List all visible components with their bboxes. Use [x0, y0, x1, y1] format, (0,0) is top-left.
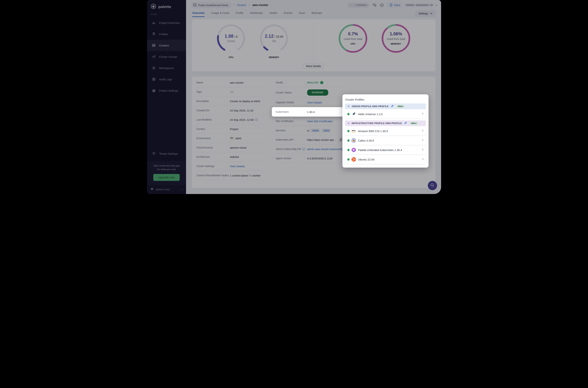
cpu-donut-label: CPU	[338, 43, 368, 45]
row-value: AWS	[235, 137, 242, 140]
view-details-link[interactable]: View Details	[307, 101, 322, 104]
profile-layer-ubuntu[interactable]: Ubuntu 22.04	[345, 155, 426, 164]
project-name: Project-ScaleSecureTutoria	[198, 4, 228, 7]
sidebar-item-label: Profiles	[159, 33, 168, 36]
profile-layer-pxk[interactable]: Palette eXtended Kubernetes 1.30.4	[345, 145, 426, 154]
chevron-right-icon	[422, 139, 424, 142]
cluster-groups-icon	[152, 55, 156, 58]
profile-layer-hello-universe[interactable]: Hello Universe 1.2.0	[345, 109, 426, 119]
compass-icon[interactable]	[380, 3, 384, 7]
sidebar-item-project-settings[interactable]: Project Settings	[147, 85, 186, 96]
redacted-block	[416, 4, 429, 6]
cluster-tabs: Overview Usage & Costs Profile Workloads…	[186, 9, 441, 18]
info-icon[interactable]: i	[302, 148, 305, 150]
agent-version: 4.4.9/20240912.1118	[307, 157, 333, 160]
tab-nodes[interactable]: Nodes	[269, 10, 277, 16]
profile-layer-ebs-csi[interactable]: aws Amazon EBS CSI 1.30.0	[345, 126, 426, 136]
infrastructure-profile-header[interactable]: INFRASTRUCTURE PROFILE AWS-PROFILE PROJ	[345, 121, 426, 126]
search-fab-button[interactable]	[428, 181, 437, 190]
details-right-column: Health HEALTHY ✓ Cluster Status RUNNING …	[271, 78, 348, 163]
profile-layer-calico[interactable]: Calico 3.28.0	[345, 136, 426, 145]
chevron-right-icon	[422, 148, 424, 151]
profile-layer-name: Hello Universe 1.2.0	[358, 113, 383, 116]
view-k8s-certificates-link[interactable]: View K8s Certificates	[307, 120, 333, 123]
project-icon	[193, 3, 197, 7]
chat-icon[interactable]	[372, 3, 377, 7]
service-port-link[interactable]: :8080	[311, 129, 320, 132]
addon-profile-name: ADDON PROFILE AWS-PROFILE	[352, 105, 389, 108]
user-name-redacted[interactable]	[406, 4, 433, 6]
project-selector[interactable]: Project-ScaleSecureTutoria	[192, 2, 231, 8]
cpu-usage-donut: 0.7% Used from total CPU	[338, 23, 368, 59]
more-details-button[interactable]: More Details	[303, 63, 324, 69]
green-status-dot	[347, 130, 350, 132]
docs-button[interactable]: Docs	[387, 2, 403, 8]
detail-row-environment: Environment aws AWS	[196, 134, 266, 143]
book-icon	[389, 3, 393, 7]
chevron-down-icon[interactable]: ▾	[436, 4, 437, 6]
sidebar-item-audit-logs[interactable]: Audit Logs	[147, 73, 186, 85]
row-value: 24 Sep 2024, 11:32	[230, 109, 254, 112]
memory-gauge: 2.12 / 33.64 Gb MEMORY	[258, 23, 290, 59]
spectro-cloud-logo-icon	[150, 187, 154, 192]
row-value: AMD64	[230, 155, 239, 158]
row-label: Cloud Account	[196, 146, 230, 149]
detail-row-created-on: Created On 24 Sep 2024, 11:32	[196, 106, 266, 115]
sidebar-item-project-overview[interactable]: Project Overview	[147, 17, 186, 28]
row-label: Environment	[196, 137, 230, 140]
addon-profile-header[interactable]: ADDON PROFILE AWS-PROFILE PROJ	[345, 103, 426, 109]
tab-overview[interactable]: Overview	[192, 10, 205, 17]
running-status-badge[interactable]: RUNNING	[307, 89, 328, 96]
cpu-donut-caption: Used from total	[338, 37, 368, 40]
memory-usage-donut: 1.06% Used from total MEMORY	[381, 23, 411, 59]
sidebar-item-label: Cluster Groups	[159, 55, 178, 58]
details-left-column: Name aws-cluster Tags n/a Description Cl…	[192, 78, 271, 180]
app-version: 4.4.19	[147, 10, 186, 17]
sidebar-item-tenant-settings[interactable]: Tenant Settings	[147, 148, 186, 159]
chevron-down-icon	[347, 105, 350, 107]
tab-backups[interactable]: Backups	[312, 10, 322, 16]
upgrade-now-button[interactable]: Upgrade now	[153, 174, 180, 181]
profile-layer-name: Ubuntu 22.04	[358, 158, 374, 161]
detail-row-tags: Tags n/a	[196, 87, 266, 97]
settings-button[interactable]: Settings	[415, 10, 435, 17]
kubernetes-version: 1.30.4	[307, 110, 315, 114]
brand-name: palette	[158, 4, 171, 9]
chevron-down-icon	[347, 122, 350, 124]
view-details-link[interactable]: View Details	[230, 165, 245, 168]
breadcrumb-clusters-link[interactable]: Clusters	[237, 4, 246, 7]
row-label: Agent version	[276, 157, 307, 160]
cpu-used-percent: 0.7%	[338, 31, 368, 36]
info-icon[interactable]: i	[255, 118, 258, 121]
row-value: spectro-cloud	[230, 146, 246, 149]
tab-profile[interactable]: Profile	[236, 10, 244, 16]
ubuntu-icon	[351, 157, 356, 162]
sidebar-item-profiles[interactable]: Profiles	[147, 28, 186, 40]
sidebar-item-clusters[interactable]: Clusters	[147, 40, 186, 51]
service-port-link[interactable]: :3000	[321, 129, 331, 132]
row-label: Kubernetes	[276, 110, 307, 113]
detail-row-health: Health HEALTHY ✓	[276, 78, 343, 87]
chevron-right-icon	[422, 158, 424, 161]
memory-used-percent: 1.06%	[381, 31, 411, 36]
row-value: 24 Sep 2024, 12:00	[230, 118, 254, 121]
tab-usage-costs[interactable]: Usage & Costs	[211, 10, 229, 16]
profile-layer-name: Calico 3.28.0	[358, 139, 374, 142]
check-icon: ✓	[320, 81, 323, 84]
usage-overview-card: 1.88 / 8 Cores CPU 2.12 / 33	[192, 19, 435, 72]
layers-icon	[152, 32, 156, 36]
row-label: Cluster Settings	[196, 165, 230, 168]
collapse-sidebar-icon[interactable]: ‹	[182, 188, 183, 191]
tab-workloads[interactable]: Workloads	[250, 10, 263, 16]
detail-row-description: Description Cluster to deploy to AWS.	[196, 97, 266, 106]
tab-scan[interactable]: Scan	[299, 10, 305, 16]
tab-events[interactable]: Events	[284, 10, 293, 16]
kubeconfig-download-link[interactable]: admin.aws-cluster.kubeconfig	[307, 147, 343, 151]
row-value: Project	[230, 127, 238, 131]
tools-icon	[152, 152, 156, 155]
sidebar-item-cluster-groups[interactable]: Cluster Groups	[147, 51, 186, 62]
sidebar-item-workspaces[interactable]: Workspaces	[147, 62, 186, 73]
sidebar: palette 4.4.19 Project Overview Profiles	[147, 0, 186, 194]
audit-logs-icon	[152, 77, 156, 81]
gauges-section: 1.88 / 8 Cores CPU 2.12 / 33	[192, 19, 314, 72]
